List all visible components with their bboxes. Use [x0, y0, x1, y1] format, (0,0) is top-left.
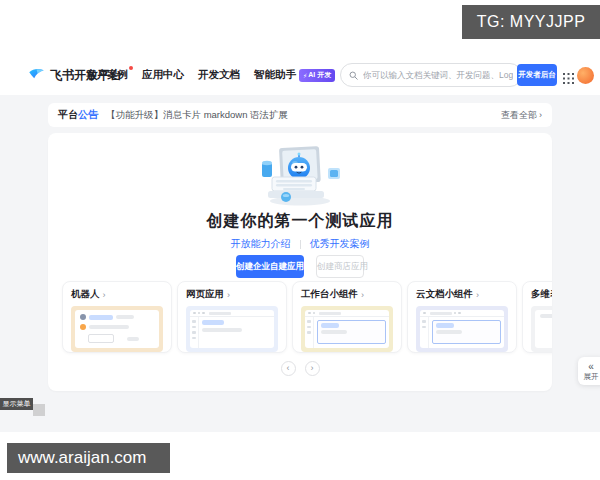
card-web-app[interactable]: 网页应用›: [177, 281, 287, 353]
site-watermark: www.araijan.com: [7, 443, 170, 473]
card-title: 云文档小组件: [416, 288, 473, 301]
feishu-logo-icon: [28, 65, 45, 86]
card-title: 多维表格: [531, 288, 552, 301]
developer-console-button[interactable]: 开发者后台: [517, 64, 557, 86]
nav-app-center[interactable]: 应用中心: [142, 68, 184, 82]
card-preview: [301, 306, 393, 352]
announcement-text[interactable]: 【功能升级】消息卡片 markdown 语法扩展: [106, 109, 493, 122]
tg-watermark: TG: MYYJJPP: [462, 5, 600, 39]
nav-customer-cases[interactable]: 客户案例: [86, 68, 128, 82]
page-background: 平台公告 【功能升级】消息卡片 markdown 语法扩展 查看全部 ›: [0, 95, 600, 432]
show-menu-tooltip: 显示菜单: [0, 398, 33, 410]
hero-title: 创建你的第一个测试应用: [48, 211, 552, 232]
card-preview: [71, 306, 163, 352]
doc-search[interactable]: [340, 63, 522, 87]
card-bot[interactable]: 机器人›: [62, 281, 172, 353]
main-nav: 客户案例 应用中心 开发文档 智能助手 ⚡ AI 开发: [86, 55, 335, 95]
pager-next-button[interactable]: ›: [305, 361, 320, 376]
capability-cards-row: 机器人› 网页应用›: [62, 281, 552, 355]
card-bitable[interactable]: 多维表格›: [522, 281, 552, 353]
cursor-artifact: [33, 404, 45, 416]
create-custom-app-button[interactable]: 创建企业自建应用: [236, 255, 304, 278]
card-docs-widget[interactable]: 云文档小组件›: [407, 281, 517, 353]
platform-announcement-bar[interactable]: 平台公告 【功能升级】消息卡片 markdown 语法扩展 查看全部 ›: [48, 103, 552, 127]
view-all-link[interactable]: 查看全部 ›: [501, 109, 542, 122]
expand-label: 展开: [584, 372, 599, 381]
chevron-right-icon: ›: [539, 110, 542, 120]
app-grid-icon[interactable]: [563, 70, 574, 81]
card-title: 网页应用: [186, 288, 224, 301]
nav-dev-docs[interactable]: 开发文档: [198, 68, 240, 82]
notification-dot: [129, 66, 133, 70]
dev-cases-link[interactable]: 优秀开发案例: [310, 237, 370, 251]
card-preview: [186, 306, 278, 352]
top-navbar: 飞书开放平台 客户案例 应用中心 开发文档 智能助手 ⚡ AI 开发 开发者: [0, 55, 600, 95]
cards-pager: ‹ ›: [48, 361, 552, 376]
search-icon: [349, 66, 358, 84]
hero-buttons: 创建企业自建应用 创建商店应用: [48, 255, 552, 278]
user-avatar[interactable]: [577, 67, 594, 84]
hero-links: 开放能力介绍 优秀开发案例: [48, 237, 552, 251]
chevron-right-icon: ›: [476, 290, 479, 300]
chevron-right-icon: ›: [361, 290, 364, 300]
ai-dev-badge: ⚡ AI 开发: [299, 69, 335, 82]
feishu-open-platform-screenshot: 飞书开放平台 客户案例 应用中心 开发文档 智能助手 ⚡ AI 开发 开发者: [0, 55, 600, 432]
link-divider: [300, 240, 301, 249]
laptop-robot-illustration: [250, 141, 350, 207]
card-preview: [531, 306, 552, 352]
nav-ai-assistant[interactable]: 智能助手 ⚡ AI 开发: [254, 68, 335, 82]
card-workplace-widget[interactable]: 工作台小组件›: [292, 281, 402, 353]
double-chevron-left-icon: «: [588, 362, 594, 372]
chevron-right-icon: ›: [227, 290, 230, 300]
announcement-label: 平台公告: [58, 108, 98, 122]
create-app-hero-card: 创建你的第一个测试应用 开放能力介绍 优秀开发案例 创建企业自建应用 创建商店应…: [48, 133, 552, 391]
search-input[interactable]: [363, 70, 513, 80]
chevron-right-icon: ›: [103, 290, 106, 300]
pager-prev-button[interactable]: ‹: [281, 361, 296, 376]
expand-panel-toggle[interactable]: « 展开: [578, 357, 600, 385]
card-title: 机器人: [71, 288, 100, 301]
lightning-icon: ⚡: [303, 72, 307, 79]
card-preview: [416, 306, 508, 352]
open-capability-link[interactable]: 开放能力介绍: [231, 237, 291, 251]
card-title: 工作台小组件: [301, 288, 358, 301]
create-store-app-button[interactable]: 创建商店应用: [316, 255, 364, 278]
